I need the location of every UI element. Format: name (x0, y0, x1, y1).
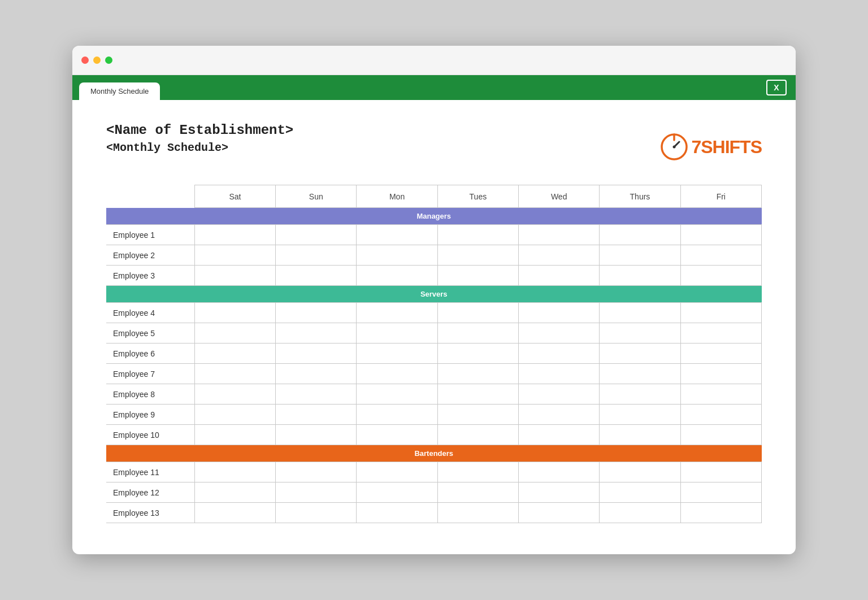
title-bar (72, 46, 796, 75)
tab-label: Monthly Schedule (90, 87, 149, 95)
cell-e3-fri (680, 266, 761, 286)
cell-e1-wed (519, 225, 600, 245)
establishment-name: <Name of Establishment> (106, 123, 661, 138)
cell-e2-tues (437, 245, 518, 266)
logo-icon (661, 133, 688, 160)
employee-name: Employee 7 (106, 364, 194, 384)
day-mon-header: Mon (357, 185, 437, 208)
cell-e1-thurs (600, 225, 680, 245)
cell-e1-mon (357, 225, 437, 245)
logo-area: 7SHIFTS (661, 133, 762, 160)
table-row: Employee 3 (106, 266, 762, 286)
table-row: Employee 1 (106, 225, 762, 245)
table-row: Employee 12 (106, 482, 762, 503)
cell-e2-thurs (600, 245, 680, 266)
cell-e3-thurs (600, 266, 680, 286)
employee-name: Employee 1 (106, 225, 194, 245)
employee-name: Employee 12 (106, 482, 194, 503)
logo-brand: SHIFTS (701, 137, 762, 157)
employee-name: Employee 5 (106, 323, 194, 344)
cell-e2-wed (519, 245, 600, 266)
table-row: Employee 4 (106, 303, 762, 323)
excel-icon: X (774, 83, 779, 92)
day-thurs-header: Thurs (600, 185, 680, 208)
svg-point-3 (673, 146, 676, 149)
cell-e3-sun (276, 266, 357, 286)
table-row: Employee 5 (106, 323, 762, 344)
cell-e2-sun (276, 245, 357, 266)
cell-e1-sat (194, 225, 275, 245)
day-fri-header: Fri (680, 185, 761, 208)
logo-number: 7 (691, 137, 701, 157)
table-row: Employee 2 (106, 245, 762, 266)
day-wed-header: Wed (519, 185, 600, 208)
title-section: <Name of Establishment> <Monthly Schedul… (106, 123, 661, 171)
employee-name: Employee 4 (106, 303, 194, 323)
managers-section-header: Managers (106, 208, 762, 225)
servers-section-header: Servers (106, 286, 762, 303)
table-row: Employee 10 (106, 425, 762, 445)
table-row: Employee 7 (106, 364, 762, 384)
logo-text: 7SHIFTS (691, 137, 762, 158)
employee-name: Employee 11 (106, 462, 194, 482)
cell-e2-mon (357, 245, 437, 266)
day-sat-header: Sat (194, 185, 275, 208)
employee-name: Employee 13 (106, 503, 194, 523)
cell-e3-tues (437, 266, 518, 286)
close-button[interactable] (81, 56, 89, 64)
main-content: <Name of Establishment> <Monthly Schedul… (72, 100, 796, 554)
employee-name: Employee 3 (106, 266, 194, 286)
schedule-title: <Monthly Schedule> (106, 141, 661, 154)
day-sun-header: Sun (276, 185, 357, 208)
employee-name: Employee 10 (106, 425, 194, 445)
table-row: Employee 13 (106, 503, 762, 523)
schedule-table: Sat Sun Mon Tues Wed Thurs Fri Managers … (106, 185, 762, 523)
cell-e3-wed (519, 266, 600, 286)
table-row: Employee 11 (106, 462, 762, 482)
cell-e2-sat (194, 245, 275, 266)
cell-e1-fri (680, 225, 761, 245)
employee-name: Employee 9 (106, 405, 194, 425)
managers-label: Managers (106, 208, 762, 225)
cell-e2-fri (680, 245, 761, 266)
employee-name: Employee 6 (106, 344, 194, 364)
table-header-row: Sat Sun Mon Tues Wed Thurs Fri (106, 185, 762, 208)
maximize-button[interactable] (105, 56, 112, 64)
cell-e3-mon (357, 266, 437, 286)
cell-e3-sat (194, 266, 275, 286)
cell-e1-sun (276, 225, 357, 245)
excel-export-button[interactable]: X (766, 80, 787, 95)
table-row: Employee 9 (106, 405, 762, 425)
table-row: Employee 6 (106, 344, 762, 364)
traffic-lights (81, 56, 112, 64)
app-window: Monthly Schedule X <Name of Establishmen… (72, 46, 796, 554)
browser-bar: Monthly Schedule X (72, 75, 796, 100)
table-row: Employee 8 (106, 384, 762, 405)
title-logo-row: <Name of Establishment> <Monthly Schedul… (106, 123, 762, 171)
minimize-button[interactable] (93, 56, 101, 64)
servers-label: Servers (106, 286, 762, 303)
day-tues-header: Tues (437, 185, 518, 208)
browser-tab[interactable]: Monthly Schedule (79, 82, 160, 100)
cell-e1-tues (437, 225, 518, 245)
employee-name: Employee 2 (106, 245, 194, 266)
name-column-header (106, 185, 194, 208)
bartenders-label: Bartenders (106, 445, 762, 462)
bartenders-section-header: Bartenders (106, 445, 762, 462)
employee-name: Employee 8 (106, 384, 194, 405)
